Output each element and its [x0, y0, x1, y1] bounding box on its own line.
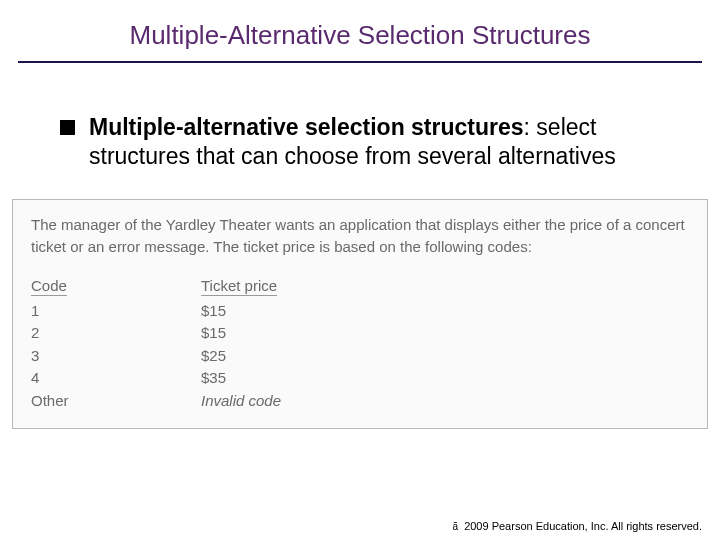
bullet-item: Multiple-alternative selection structure… [60, 113, 660, 171]
table-col-price: Ticket price $15 $15 $25 $35 Invalid cod… [201, 277, 401, 413]
table-header-code: Code [31, 277, 67, 296]
bullet-term: Multiple-alternative selection structure… [89, 114, 524, 140]
bullet-list: Multiple-alternative selection structure… [60, 113, 660, 171]
slide: Multiple-Alternative Selection Structure… [0, 0, 720, 540]
table-cell: 4 [31, 367, 201, 390]
bullet-text: Multiple-alternative selection structure… [89, 113, 660, 171]
square-bullet-icon [60, 120, 75, 135]
page-title: Multiple-Alternative Selection Structure… [0, 0, 720, 61]
table-cell: $25 [201, 345, 401, 368]
table-col-code: Code 1 2 3 4 Other [31, 277, 201, 413]
table-cell: 3 [31, 345, 201, 368]
code-price-table: Code 1 2 3 4 Other Ticket price $15 $15 … [31, 277, 689, 413]
example-figure: The manager of the Yardley Theater wants… [12, 199, 708, 430]
copyright-footer: ã 2009 Pearson Education, Inc. All right… [453, 520, 702, 532]
table-cell: Other [31, 390, 201, 413]
figure-description: The manager of the Yardley Theater wants… [31, 214, 689, 259]
table-cell: $15 [201, 300, 401, 323]
table-header-price: Ticket price [201, 277, 277, 296]
copyright-icon: ã [453, 521, 459, 532]
table-cell: 1 [31, 300, 201, 323]
table-cell: $15 [201, 322, 401, 345]
table-cell: Invalid code [201, 390, 401, 413]
table-cell: $35 [201, 367, 401, 390]
copyright-text: 2009 Pearson Education, Inc. All rights … [461, 520, 702, 532]
title-underline [18, 61, 702, 63]
table-cell: 2 [31, 322, 201, 345]
